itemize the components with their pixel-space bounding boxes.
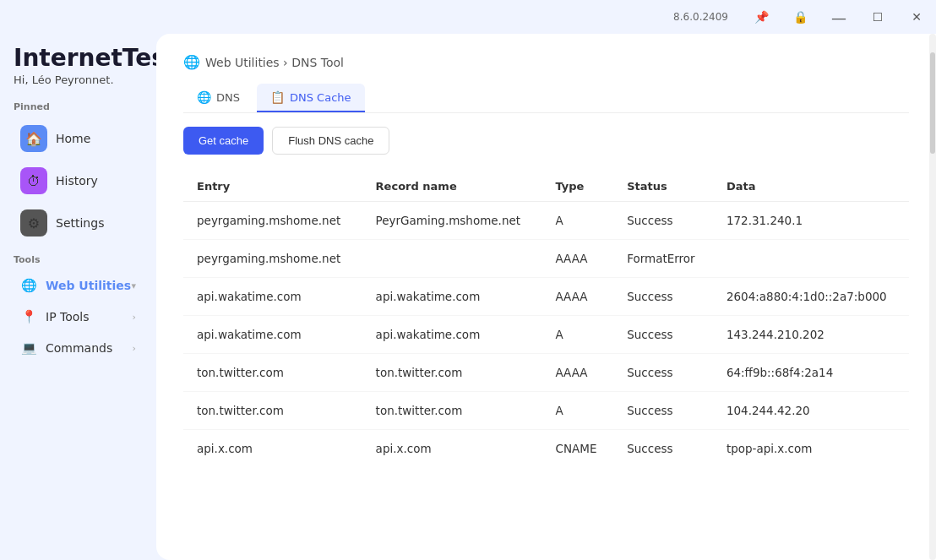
sidebar-item-history[interactable]: ⏱ History [7,160,150,201]
sidebar-item-commands[interactable]: 💻 Commands › [7,333,150,363]
dns-tab-icon: 🌐 [197,90,211,104]
table-row: peyrgaming.mshome.netAAAAFormatError [183,240,909,278]
dns-tab-label: DNS [216,91,240,104]
titlebar: 8.6.0.2409 📌 🔒 — ☐ ✕ [0,0,936,34]
cell-status-0: Success [613,202,713,240]
cell-data-4: 64:ff9b::68f4:2a14 [713,354,909,392]
ip-tools-icon: 📍 [20,308,37,325]
sidebar-item-settings[interactable]: ⚙ Settings [7,203,150,243]
cell-type-2: AAAA [542,278,614,316]
action-buttons: Get cache Flush DNS cache [183,127,909,155]
home-label: Home [56,132,90,145]
version-label: 8.6.0.2409 [673,11,728,23]
tab-dns-cache[interactable]: 📋 DNS Cache [257,84,365,112]
cell-data-5: 104.244.42.20 [713,392,909,430]
minimize-button[interactable]: — [819,0,858,34]
cell-status-1: FormatError [613,240,713,278]
dns-cache-tab-icon: 📋 [270,90,285,104]
table-row: peyrgaming.mshome.netPeyrGaming.mshome.n… [183,202,909,240]
ip-tools-chevron: › [133,312,136,323]
dns-cache-tab-label: DNS Cache [290,91,351,104]
lock-button[interactable]: 🔒 [781,0,819,34]
ip-tools-label: IP Tools [46,310,90,323]
cell-data-0: 172.31.240.1 [713,202,909,240]
settings-label: Settings [56,216,104,230]
scrollbar-thumb[interactable] [930,52,935,154]
cell-entry-5: ton.twitter.com [183,392,362,430]
commands-label: Commands [46,341,112,355]
cell-record_name-6: api.x.com [362,430,542,468]
cell-data-1 [713,240,909,278]
main-content: 🌐 Web Utilities › DNS Tool 🌐 DNS 📋 DNS C… [156,34,936,560]
tools-section: Tools 🌐 Web Utilities ▾ 📍 IP Tools › 💻 [0,254,156,364]
breadcrumb-path: Web Utilities › DNS Tool [205,56,344,69]
commands-chevron: › [133,343,136,354]
cell-type-1: AAAA [542,240,614,278]
flush-dns-button[interactable]: Flush DNS cache [272,127,389,155]
cell-type-5: A [542,392,614,430]
cell-type-0: A [542,202,614,240]
cell-record_name-2: api.wakatime.com [362,278,542,316]
cell-type-3: A [542,316,614,354]
cell-record_name-3: api.wakatime.com [362,316,542,354]
cell-entry-4: ton.twitter.com [183,354,362,392]
commands-left: 💻 Commands [20,340,112,356]
cell-status-5: Success [613,392,713,430]
col-type: Type [542,171,614,202]
cell-type-6: CNAME [542,430,614,468]
cell-entry-2: api.wakatime.com [183,278,362,316]
cell-data-6: tpop-api.x.com [713,430,909,468]
sidebar-item-web-utilities[interactable]: 🌐 Web Utilities ▾ [7,270,150,301]
history-icon: ⏱ [20,167,47,194]
cell-data-3: 143.244.210.202 [713,316,909,354]
cell-record_name-0: PeyrGaming.mshome.net [362,202,542,240]
table-row: ton.twitter.comton.twitter.comAAAASucces… [183,354,909,392]
cell-status-6: Success [613,430,713,468]
breadcrumb: 🌐 Web Utilities › DNS Tool [183,54,909,70]
col-entry: Entry [183,171,362,202]
col-record-name: Record name [362,171,542,202]
table-row: api.wakatime.comapi.wakatime.comASuccess… [183,316,909,354]
app-container: InternetTest Hi, Léo Peyronnet. Pinned 🏠… [0,34,936,560]
cell-status-4: Success [613,354,713,392]
scrollbar[interactable] [929,34,936,560]
breadcrumb-icon: 🌐 [183,54,200,70]
settings-icon: ⚙ [20,209,47,237]
pinned-section-label: Pinned [0,101,156,112]
cell-status-2: Success [613,278,713,316]
table-row: ton.twitter.comton.twitter.comASuccess10… [183,392,909,430]
col-status: Status [613,171,713,202]
web-utilities-left: 🌐 Web Utilities [20,277,131,294]
get-cache-button[interactable]: Get cache [183,127,264,155]
cell-entry-0: peyrgaming.mshome.net [183,202,362,240]
sidebar-item-ip-tools[interactable]: 📍 IP Tools › [7,302,150,332]
sidebar-item-home[interactable]: 🏠 Home [7,118,150,159]
cell-record_name-5: ton.twitter.com [362,392,542,430]
cell-status-3: Success [613,316,713,354]
tab-bar: 🌐 DNS 📋 DNS Cache [183,84,909,113]
cell-entry-6: api.x.com [183,430,362,468]
close-button[interactable]: ✕ [897,0,936,34]
web-utilities-chevron: ▾ [131,280,136,291]
commands-icon: 💻 [20,340,37,356]
table-row: api.wakatime.comapi.wakatime.comAAAASucc… [183,278,909,316]
ip-tools-left: 📍 IP Tools [20,308,90,325]
cell-record_name-4: ton.twitter.com [362,354,542,392]
dns-cache-table: Entry Record name Type Status Data peyrg… [183,171,909,467]
tab-dns[interactable]: 🌐 DNS [183,84,253,112]
home-icon: 🏠 [20,125,47,152]
app-title: InternetTest [0,44,156,72]
col-data: Data [713,171,909,202]
maximize-button[interactable]: ☐ [858,0,897,34]
pin-button[interactable]: 📌 [742,0,781,34]
sidebar: InternetTest Hi, Léo Peyronnet. Pinned 🏠… [0,34,156,560]
content-area: 🌐 Web Utilities › DNS Tool 🌐 DNS 📋 DNS C… [156,34,936,560]
cell-entry-1: peyrgaming.mshome.net [183,240,362,278]
table-header-row: Entry Record name Type Status Data [183,171,909,202]
history-label: History [56,174,98,188]
cell-data-2: 2604:a880:4:1d0::2a7:b000 [713,278,909,316]
window-controls: 📌 🔒 — ☐ ✕ [742,0,936,34]
app-greeting: Hi, Léo Peyronnet. [0,73,156,86]
cell-type-4: AAAA [542,354,614,392]
web-utilities-icon: 🌐 [20,277,37,294]
